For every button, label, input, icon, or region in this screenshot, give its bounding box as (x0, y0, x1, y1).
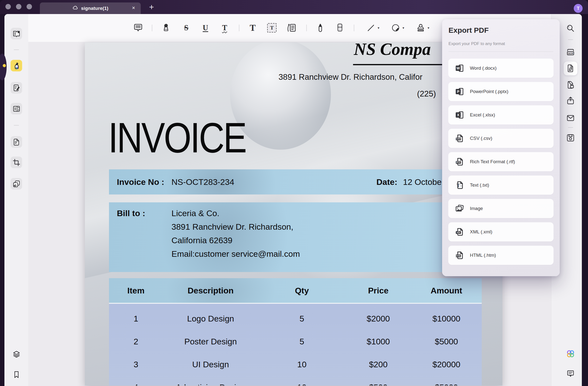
protect-icon[interactable] (566, 80, 575, 90)
pencil-button[interactable] (315, 22, 326, 33)
date-value: 12 October (403, 176, 444, 188)
invoice-title: INVOICE (108, 113, 246, 162)
invoice-meta-band: Invoice No : NS-OCT283-234 Date: 12 Octo… (109, 169, 482, 194)
export-format-list: W Word (.docx) P PowerPoint (.pptx) (448, 59, 554, 265)
share-icon[interactable] (566, 96, 575, 106)
sidebar-item-reader[interactable] (11, 28, 22, 39)
export-option-word[interactable]: W Word (.docx) (448, 59, 554, 78)
search-icon[interactable] (566, 23, 575, 33)
bill-to-label: Bill to : (117, 206, 145, 220)
left-sidebar (4, 14, 28, 386)
table-row: 1Logo Design5$2000$10000 (109, 307, 482, 330)
pdf-page[interactable]: NS Compa 3891 Ranchview Dr. Richardson, … (85, 42, 502, 386)
export-option-html[interactable]: HTML HTML (.htm) (448, 246, 554, 265)
company-phone: (225) (417, 89, 436, 98)
strikethrough-button[interactable]: S (184, 22, 188, 33)
save-icon[interactable] (566, 133, 575, 143)
new-tab-button[interactable]: + (146, 1, 157, 12)
line-tool-button[interactable]: ▾ (366, 22, 379, 33)
sidebar-item-highlight-annotate[interactable] (11, 60, 22, 71)
chevron-down-icon[interactable]: ▾ (428, 26, 429, 30)
toolbar-divider (354, 25, 354, 31)
traffic-light-close[interactable] (5, 4, 11, 9)
toolbar-divider (152, 25, 152, 31)
svg-text:RTF: RTF (456, 161, 461, 163)
export-option-excel[interactable]: X Excel (.xlsx) (448, 105, 554, 125)
invoice-table-header: Item Description Qty Price Amount (109, 278, 482, 303)
export-option-text[interactable]: T Text (.txt) (448, 176, 554, 195)
titlebar: signature(1) ✕ + T (0, 0, 588, 14)
export-option-image[interactable]: Image (448, 199, 554, 218)
squiggly-underline-button[interactable]: T (222, 22, 227, 33)
eraser-button[interactable] (334, 22, 345, 33)
cloud-icon (72, 5, 79, 12)
sidebar-item-organize-pages[interactable] (11, 136, 22, 148)
svg-text:OCR: OCR (568, 52, 573, 55)
app-shell: S U T T T (4, 14, 582, 386)
stamp-tool-button[interactable]: ▾ (416, 22, 429, 33)
panel-subtitle: Export your PDF to any format (448, 41, 505, 46)
traffic-light-minimize[interactable] (16, 4, 21, 9)
sidebar-divider (14, 49, 19, 50)
company-address: 3891 Ranchview Dr. Richardson, Califor (278, 72, 422, 82)
export-option-rtf[interactable]: RTF Rich Text Format (.rtf) (448, 152, 554, 171)
panel-divider (448, 51, 553, 52)
app-window: signature(1) ✕ + T (0, 0, 588, 386)
user-avatar[interactable]: T (574, 4, 583, 13)
svg-text:</>: </> (457, 231, 460, 234)
export-option-powerpoint[interactable]: P PowerPoint (.pptx) (448, 82, 554, 101)
sidebar-item-layers[interactable] (11, 349, 22, 360)
svg-text:CSV: CSV (456, 138, 461, 140)
export-option-csv[interactable]: CSV CSV (.csv) (448, 129, 554, 148)
add-text-button[interactable]: T (250, 22, 256, 33)
traffic-light-zoom[interactable] (27, 4, 32, 9)
table-row: 4Advertising Design10$500$5000 (109, 376, 482, 386)
text-box-button[interactable]: T (267, 22, 276, 33)
date-label: Date: (377, 176, 397, 188)
sidebar-item-crop[interactable] (11, 157, 22, 168)
text-callout-button[interactable] (286, 22, 297, 33)
bill-to-band: Bill to : Liceria & Co. 3891 Ranchview D… (109, 202, 482, 272)
export-option-xml[interactable]: </> XML (.xml) (448, 222, 554, 242)
sidebar-item-compare-documents[interactable] (11, 178, 22, 190)
sidebar-divider (14, 125, 19, 126)
svg-text:W: W (457, 66, 460, 70)
mail-icon[interactable] (566, 113, 575, 123)
tab-title: signature(1) (81, 6, 108, 11)
table-row: 2Poster Design5$1000$5000 (109, 330, 482, 353)
underline-button[interactable]: U (203, 22, 208, 33)
highlighter-button[interactable] (160, 22, 171, 33)
feedback-icon[interactable] (566, 369, 575, 379)
invoice-no-label: Invoice No : (117, 176, 164, 188)
invoice-no-value: NS-OCT283-234 (171, 176, 234, 188)
company-name: NS Compa (354, 42, 431, 59)
sidebar-divider (568, 127, 573, 128)
tab-close-icon[interactable]: ✕ (132, 5, 135, 11)
svg-text:X: X (457, 113, 460, 117)
export-pdf-panel: Export PDF Export your PDF to any format… (442, 19, 560, 276)
chevron-down-icon[interactable]: ▾ (402, 26, 404, 30)
sidebar-item-edit-note[interactable] (11, 82, 22, 93)
sidebar-item-form-fields[interactable] (11, 103, 22, 114)
bill-to-address: Liceria & Co. 3891 Ranchview Dr. Richard… (171, 206, 300, 261)
sticker-tool-button[interactable]: ▾ (390, 22, 404, 33)
chevron-down-icon[interactable]: ▾ (378, 26, 379, 30)
invoice-table-rows: 1Logo Design5$2000$10000 2Poster Design5… (109, 304, 482, 386)
ai-assistant-icon[interactable] (566, 349, 575, 359)
table-row: 3UI Design10$200$20000 (109, 353, 482, 376)
panel-title: Export PDF (448, 26, 489, 34)
note-comment-button[interactable] (133, 22, 144, 33)
sidebar-item-convert-active[interactable] (564, 62, 577, 75)
sidebar-item-bookmark[interactable] (11, 369, 22, 380)
sidebar-divider (568, 39, 573, 40)
svg-text:T: T (457, 183, 460, 188)
ocr-icon[interactable]: OCR (566, 47, 575, 57)
toolbar-divider (306, 25, 307, 31)
svg-text:HTML: HTML (456, 255, 461, 257)
active-tool-indicator-dot (3, 64, 6, 67)
svg-text:P: P (457, 90, 460, 93)
invoice-table: Item Description Qty Price Amount 1Logo … (109, 278, 482, 386)
document-tab[interactable]: signature(1) ✕ (40, 2, 141, 14)
toolbar-divider (239, 25, 239, 31)
